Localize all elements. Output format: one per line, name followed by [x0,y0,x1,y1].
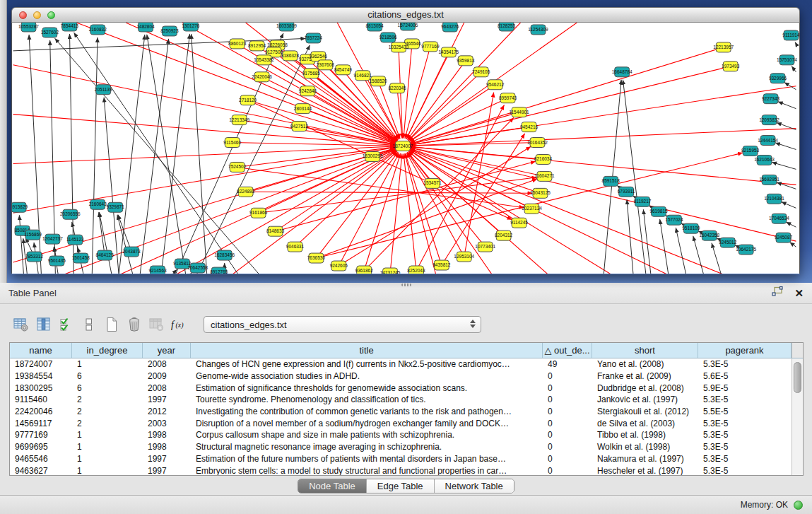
network-node[interactable]: 15751074 [777,55,797,65]
tab-node-table[interactable]: Node Table [298,479,367,493]
network-node[interactable]: 8128253 [498,23,516,31]
cell-title[interactable]: Investigating the contribution of common… [191,407,543,416]
cell-pagerank[interactable]: 5.9E-5 [698,383,792,393]
cell-out_degree[interactable]: 0 [543,407,592,416]
column-header-pagerank[interactable]: pagerank [698,343,792,358]
cell-name[interactable]: 19384554 [10,371,72,381]
cell-pagerank[interactable]: 5.5E-5 [698,407,792,416]
column-header-out_degree[interactable]: △ out_de... [543,343,592,358]
table-row[interactable]: 977716911998Corpus callosum shape and si… [10,429,792,441]
cell-out_degree[interactable]: 0 [543,466,592,475]
float-panel-icon[interactable] [772,286,783,300]
network-node[interactable]: 9114245 [510,218,528,228]
network-node[interactable]: 9214563 [148,266,167,274]
delete-icon[interactable] [123,315,146,334]
network-node[interactable]: 12093832 [759,115,779,125]
network-node[interactable]: 10642175 [736,245,756,255]
cell-year[interactable]: 1998 [143,430,191,440]
cell-year[interactable]: 1997 [143,466,191,475]
network-node[interactable]: 9161866 [249,208,268,218]
network-node[interactable]: 2160643 [89,199,107,209]
column-header-short[interactable]: short [592,343,698,358]
cell-pagerank[interactable]: 5.3E-5 [698,466,792,475]
table-row[interactable]: 946554611997Estimation of the future num… [10,453,792,465]
function-builder-icon[interactable]: f (x) [168,315,191,334]
network-node[interactable]: 12213957 [713,42,734,52]
splitter-handle[interactable] [401,284,411,286]
network-node[interactable]: 8186328 [281,51,300,61]
network-node[interactable]: 8591518 [602,176,620,186]
cell-in_degree[interactable]: 1 [72,430,143,440]
clear-selection-icon[interactable] [78,315,100,334]
table-options-icon[interactable] [10,315,33,334]
network-node[interactable]: 9245012 [719,238,737,247]
network-node[interactable]: 8912954 [248,41,266,51]
cell-title[interactable]: Changes of HCN gene expression and I(f) … [191,359,543,369]
cell-out_degree[interactable]: 0 [543,383,592,393]
network-node[interactable]: 10773401 [475,242,495,252]
network-node[interactable]: 10325433 [389,42,409,52]
cell-short[interactable]: de Silva et al. (2003) [592,419,698,428]
cell-year[interactable]: 1998 [143,442,191,452]
network-node[interactable]: 8220345 [388,83,406,93]
network-node[interactable]: 12104381 [764,194,784,204]
network-node[interactable]: 8813054 [366,23,384,31]
network-node[interactable]: 9518109 [682,223,700,233]
cell-out_degree[interactable]: 0 [543,442,592,452]
table-row[interactable]: 911546021997Tourette syndrome. Phenomeno… [10,394,792,406]
network-node[interactable]: 7524502 [228,162,247,172]
network-node[interactable]: 1973493 [722,62,740,71]
network-node[interactable]: 16033809 [276,23,297,31]
table-vertical-scrollbar[interactable] [792,358,803,475]
network-node[interactable]: 2051139 [95,85,112,95]
cell-name[interactable]: 22420046 [10,407,72,416]
network-node[interactable]: 11254309 [528,25,548,35]
network-node[interactable]: 9175685 [302,69,321,78]
close-panel-icon[interactable]: ✕ [794,288,804,298]
network-node[interactable]: 8148633 [266,226,285,236]
network-node[interactable]: 9111914 [782,30,799,40]
cell-pagerank[interactable]: 5.3E-5 [698,454,792,464]
network-node[interactable]: 12444154 [758,136,778,146]
network-node[interactable]: 9245087 [775,233,793,243]
cell-year[interactable]: 1997 [143,454,191,464]
network-node[interactable]: 9501435 [48,256,66,266]
table-row[interactable]: 969969511998Structural magnetic resonanc… [10,441,792,453]
cell-short[interactable]: Wolkin et al. (1998) [592,442,698,452]
cell-short[interactable]: Yano et al. (2008) [592,359,698,369]
cell-year[interactable]: 1997 [143,395,191,404]
cell-title[interactable]: Embryonic stem cells: a model to study s… [191,466,543,475]
network-node[interactable]: 9435812 [433,260,451,270]
network-node[interactable]: 7249105 [472,67,490,77]
network-node[interactable]: 15043125 [530,188,551,198]
cell-name[interactable]: 18300295 [10,383,72,393]
column-header-in_degree[interactable]: in_degree [72,343,143,358]
network-node[interactable]: 8215953 [741,146,760,156]
network-node[interactable]: 9115460 [223,138,241,148]
network-node[interactable]: 8454749 [334,65,353,75]
network-node[interactable]: 9146821 [354,71,372,81]
cell-pagerank[interactable]: 5.3E-5 [698,430,792,440]
network-node[interactable]: 9454216 [520,122,539,132]
tab-network-table[interactable]: Network Table [435,479,514,493]
cell-name[interactable]: 9463627 [10,466,72,475]
tab-edge-table[interactable]: Edge Table [367,479,435,493]
network-node[interactable]: 15692951 [759,175,779,185]
cell-name[interactable]: 9777169 [10,430,72,440]
cell-pagerank[interactable]: 5.3E-5 [698,442,792,452]
network-node[interactable]: 20642558 [187,263,208,273]
cell-out_degree[interactable]: 0 [543,419,592,428]
cell-pagerank[interactable]: 5.3E-5 [698,359,792,369]
table-row[interactable]: 946362711997Embryonic stem cells: a mode… [10,465,792,475]
cell-in_degree[interactable]: 1 [72,359,143,369]
network-node[interactable]: 9777169 [421,42,440,52]
network-node[interactable]: 6793911 [618,187,635,197]
cell-name[interactable]: 14569117 [10,419,72,428]
network-node[interactable]: 7853312 [25,252,44,262]
network-node[interactable]: 1145123 [66,235,84,245]
cell-name[interactable]: 9465546 [10,454,72,464]
cell-year[interactable]: 2008 [143,383,191,393]
zoom-window-icon[interactable] [47,11,55,19]
cell-title[interactable]: Estimation of significance thresholds fo… [191,383,543,393]
cell-short[interactable]: Hescheler et al. (1997) [592,466,698,475]
